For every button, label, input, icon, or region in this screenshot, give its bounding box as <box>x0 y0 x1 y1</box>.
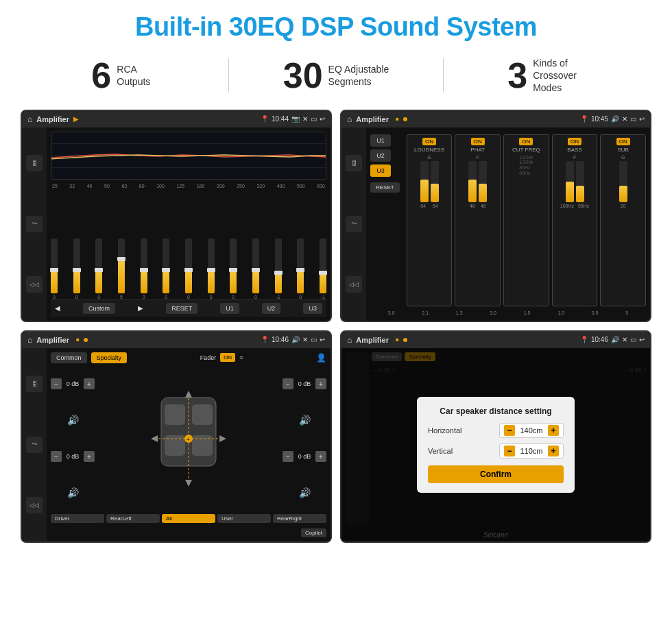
dsp-cutfreq-toggle[interactable]: ON <box>519 138 533 145</box>
dsp-u2-btn[interactable]: U2 <box>370 149 391 162</box>
eq-sidebar-speaker[interactable]: ◁◁ <box>26 276 43 293</box>
fader-window-icon[interactable]: ▭ <box>311 336 317 343</box>
dsp-sidebar-speaker[interactable]: ◁◁ <box>346 276 362 293</box>
eq-slider-5[interactable]: 0 <box>163 239 169 300</box>
eq-slider-6[interactable]: 0 <box>185 239 192 300</box>
dsp-reset-btn[interactable]: RESET <box>370 182 400 193</box>
eq-custom-btn[interactable]: Custom <box>83 303 115 314</box>
fader-plus-bottomleft[interactable]: + <box>84 451 95 462</box>
fader-user-btn[interactable]: User <box>217 514 271 523</box>
dsp-screen: ⌂ Amplifier ■ 📍 10:45 🔊 ✕ ▭ ↩ 🎛 〜 <box>340 110 651 322</box>
fader-plus-bottomright[interactable]: + <box>315 451 326 462</box>
dialog-vertical-plus[interactable]: + <box>548 446 559 456</box>
eq-u2-btn[interactable]: U2 <box>262 303 281 314</box>
eq-slider-4[interactable]: 0 <box>141 239 147 300</box>
dsp-u3-btn[interactable]: U3 <box>370 164 391 177</box>
dsp-bass-slider2[interactable] <box>576 161 584 202</box>
fader-main: Common Specialty Fader ON ≡ 👤 − 0 <box>47 348 331 541</box>
fader-specialty-tab[interactable]: Specialty <box>91 352 128 363</box>
dsp-home-icon[interactable]: ⌂ <box>347 114 352 124</box>
eq-sidebar-tune[interactable]: 🎛 <box>26 155 43 171</box>
dsp-u1-btn[interactable]: U1 <box>370 134 391 147</box>
eq-x-icon[interactable]: ✕ <box>302 115 308 123</box>
dsp-phat-toggle[interactable]: ON <box>471 138 485 145</box>
eq-slider-2[interactable]: 0 <box>95 239 102 300</box>
dialog-vol-icon[interactable]: 🔊 <box>611 336 619 343</box>
eq-slider-11[interactable]: 0 <box>297 239 304 300</box>
dialog-title: Car speaker distance setting <box>428 406 564 416</box>
eq-back-icon[interactable]: ↩ <box>320 115 325 123</box>
fader-minus-topleft[interactable]: − <box>51 378 62 389</box>
fader-on-btn[interactable]: ON <box>220 353 235 362</box>
eq-slider-0[interactable]: 0 <box>51 239 58 300</box>
dsp-loudness-toggle[interactable]: ON <box>422 138 436 145</box>
dsp-loudness-g-top: G <box>427 155 431 160</box>
fader-right-controls: − 0 dB + 🔊 − 0 dB + <box>283 367 326 510</box>
dialog-window-icon[interactable]: ▭ <box>630 336 636 343</box>
eq-slider-12[interactable]: -1 <box>320 239 326 300</box>
dsp-sub-slider[interactable] <box>619 161 627 202</box>
fader-minus-bottomright[interactable]: − <box>283 451 293 462</box>
fader-home-icon[interactable]: ⌂ <box>27 335 32 345</box>
dialog-horizontal-minus[interactable]: − <box>504 425 515 436</box>
dsp-phat-slider1[interactable] <box>468 161 477 202</box>
eq-slider-3[interactable]: 5 <box>118 239 125 300</box>
fader-rearright-btn[interactable]: RearRight <box>273 514 326 523</box>
eq-reset-btn[interactable]: RESET <box>166 303 197 314</box>
dsp-back-icon[interactable]: ↩ <box>639 115 645 123</box>
dsp-loudness-slider2[interactable] <box>431 161 439 202</box>
dsp-sidebar-wave[interactable]: 〜 <box>346 216 362 232</box>
fader-pos-btns: Driver RearLeft All User RearRight <box>51 514 326 523</box>
fader-back-icon[interactable]: ↩ <box>320 336 325 343</box>
fader-all-btn[interactable]: All <box>162 514 215 523</box>
fader-sidebar-speaker[interactable]: ◁◁ <box>26 497 43 513</box>
dsp-bass-slider1[interactable] <box>566 161 574 202</box>
confirm-button[interactable]: Confirm <box>428 465 564 483</box>
fader-common-tab[interactable]: Common <box>51 352 87 363</box>
fader-sidebar-wave[interactable]: 〜 <box>26 437 43 453</box>
dsp-sub-toggle[interactable]: ON <box>616 138 630 145</box>
dialog-horizontal-plus[interactable]: + <box>548 425 559 436</box>
eq-u3-btn[interactable]: U3 <box>303 303 322 314</box>
fader-minus-topright[interactable]: − <box>283 378 293 389</box>
eq-next-icon[interactable]: ▶ <box>138 304 143 312</box>
fader-minus-bottomleft[interactable]: − <box>51 451 62 462</box>
fader-x-icon[interactable]: ✕ <box>302 336 308 343</box>
dialog-vertical-minus[interactable]: − <box>504 446 515 456</box>
eq-window-icon[interactable]: ▭ <box>311 115 317 123</box>
dsp-sidebar-tune[interactable]: 🎛 <box>346 155 362 171</box>
eq-slider-9[interactable]: 0 <box>252 239 259 300</box>
eq-slider-7[interactable]: 0 <box>208 239 215 300</box>
eq-slider-10[interactable]: -1 <box>275 239 282 300</box>
eq-sidebar-wave[interactable]: 〜 <box>26 216 43 232</box>
fader-screen-title: Amplifier <box>36 336 69 344</box>
dsp-x-icon[interactable]: ✕ <box>622 115 627 123</box>
eq-slider-1[interactable]: 0 <box>73 239 80 300</box>
dsp-vol-icon[interactable]: 🔊 <box>611 115 619 123</box>
eq-location-icon: 📍 <box>261 115 269 123</box>
svg-marker-15 <box>151 435 158 442</box>
screenshots-grid: ⌂ Amplifier ▶ 📍 10:44 📷 ✕ ▭ ↩ 🎛 〜 ◁◁ <box>21 110 651 543</box>
stat-divider-1 <box>228 58 229 93</box>
fader-db-topleft: − 0 dB + <box>51 378 95 389</box>
dialog-back-icon[interactable]: ↩ <box>639 336 645 343</box>
fader-driver-btn[interactable]: Driver <box>51 514 104 523</box>
fader-rearleft-btn[interactable]: RearLeft <box>106 514 160 523</box>
dsp-bass-toggle[interactable]: ON <box>568 138 581 145</box>
eq-prev-icon[interactable]: ◀ <box>55 304 60 312</box>
svg-marker-13 <box>185 391 192 398</box>
fader-copilot-btn[interactable]: Copilot <box>301 528 326 537</box>
fader-plus-topright[interactable]: + <box>315 378 326 389</box>
fader-vol-icon[interactable]: 🔊 <box>291 336 300 343</box>
dsp-window-icon[interactable]: ▭ <box>630 115 636 123</box>
eq-play-icon[interactable]: ▶ <box>73 115 79 123</box>
eq-slider-8[interactable]: 0 <box>230 239 237 300</box>
eq-u1-btn[interactable]: U1 <box>220 303 239 314</box>
dialog-home-icon[interactable]: ⌂ <box>347 335 352 345</box>
dsp-phat-slider2[interactable] <box>479 161 487 202</box>
fader-sidebar-tune[interactable]: 🎛 <box>26 376 43 392</box>
fader-plus-topleft[interactable]: + <box>84 378 95 389</box>
dsp-loudness-slider1[interactable] <box>420 161 429 202</box>
dialog-x-icon[interactable]: ✕ <box>622 336 627 343</box>
home-icon[interactable]: ⌂ <box>27 114 32 124</box>
